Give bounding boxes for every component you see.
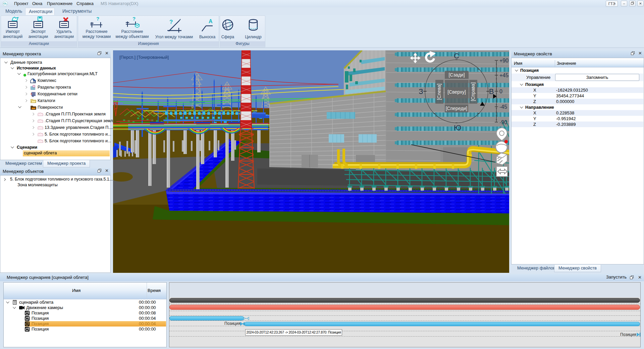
svg-text:?: ? [169,19,173,25]
svg-text:[Спереди]: [Спереди] [446,106,468,111]
svg-text:0: 0 [499,89,502,94]
svg-text:?: ? [132,16,136,21]
svg-text:С: С [454,52,459,60]
svg-text:З: З [419,87,423,96]
svg-text:[Сверху]: [Сверху] [447,89,466,95]
svg-text:Ю: Ю [454,123,461,132]
svg-text:A: A [32,95,34,97]
svg-text:+90: +90 [499,58,508,63]
svg-text:[Слева]: [Слева] [436,84,442,100]
svg-text:[Сзади]: [Сзади] [448,72,465,78]
svg-text:[Справа]: [Справа] [470,82,476,101]
svg-text:?: ? [96,16,99,21]
svg-text:-45: -45 [499,104,507,110]
svg-text:[Персп.] [Тонированный]: [Персп.] [Тонированный] [119,55,169,60]
svg-text:+45: +45 [499,72,508,78]
svg-text:A: A [209,18,213,24]
svg-text:-90: -90 [499,119,507,125]
